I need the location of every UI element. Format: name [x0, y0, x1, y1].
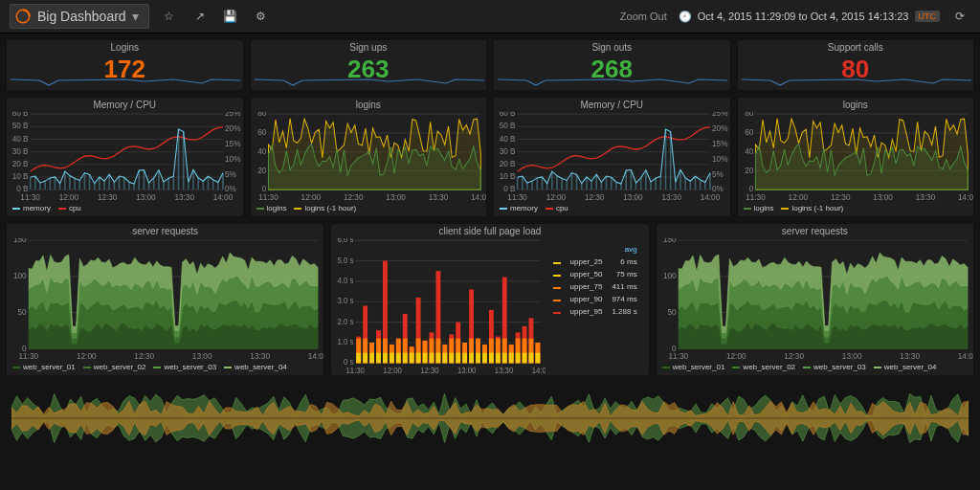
svg-rect-144: [689, 181, 691, 189]
svg-rect-123: [586, 177, 588, 189]
panel-server-requests-1[interactable]: server requests 05010015011:3012:0012:30…: [6, 223, 324, 376]
panel-server-requests-2[interactable]: server requests 05010015011:3012:0012:30…: [656, 223, 974, 376]
dashboard-picker[interactable]: Big Dashboard ▾: [10, 4, 149, 29]
svg-rect-41: [99, 177, 100, 189]
svg-text:12:30: 12:30: [98, 192, 118, 202]
svg-rect-258: [482, 353, 487, 364]
sparkline: [742, 74, 971, 87]
svg-rect-237: [436, 353, 441, 364]
panel-logins-1[interactable]: logins 02040608011:3012:0012:3013:0013:3…: [250, 97, 488, 217]
svg-rect-58: [183, 132, 185, 190]
stat-panel-support-calls[interactable]: Support calls 80: [737, 39, 975, 91]
svg-rect-204: [364, 353, 368, 364]
svg-rect-53: [158, 170, 160, 189]
clock-icon: 🕘: [679, 11, 692, 23]
svg-text:11:30: 11:30: [20, 192, 40, 202]
svg-text:60: 60: [745, 127, 753, 137]
svg-text:10 B: 10 B: [500, 171, 516, 181]
svg-rect-148: [709, 173, 711, 189]
svg-text:80: 80: [257, 112, 266, 118]
svg-text:4.0 s: 4.0 s: [338, 277, 354, 285]
svg-rect-124: [590, 181, 592, 189]
svg-text:50 B: 50 B: [12, 121, 29, 130]
svg-text:12:00: 12:00: [301, 192, 321, 202]
timezone-badge: UTC: [915, 11, 941, 22]
svg-rect-30: [44, 181, 46, 189]
svg-text:12:00: 12:00: [77, 351, 97, 361]
chevron-down-icon: ▾: [132, 9, 139, 24]
sparkline: [255, 74, 484, 87]
svg-text:100: 100: [663, 271, 677, 280]
panel-memory-cpu-2[interactable]: Memory / CPU 0 B10 B20 B30 B40 B50 B60 B…: [493, 97, 731, 217]
svg-text:11:30: 11:30: [746, 192, 766, 202]
stat-panel-logins[interactable]: Logins 172: [6, 39, 244, 91]
svg-rect-130: [620, 184, 622, 189]
svg-rect-243: [450, 353, 455, 364]
time-range-picker[interactable]: 🕘 Oct 4, 2015 11:29:09 to Oct 4, 2015 14…: [679, 11, 940, 23]
svg-rect-131: [625, 170, 627, 189]
svg-text:11:30: 11:30: [507, 192, 527, 202]
svg-text:100: 100: [13, 271, 27, 280]
panel-logins-2[interactable]: logins 02040608011:3012:0012:3013:0013:3…: [737, 97, 975, 217]
svg-text:11:30: 11:30: [18, 351, 38, 361]
share-button[interactable]: ↗: [189, 6, 211, 27]
svg-text:13:30: 13:30: [661, 192, 681, 202]
svg-text:12:30: 12:30: [830, 192, 850, 202]
panel-footer-sparkline[interactable]: [11, 382, 969, 455]
svg-text:10%: 10%: [225, 154, 241, 164]
panel-page-load[interactable]: client side full page load 0 s1.0 s2.0 s…: [330, 223, 649, 376]
svg-rect-31: [49, 178, 51, 189]
svg-rect-261: [489, 353, 494, 364]
svg-text:13:30: 13:30: [174, 192, 194, 202]
svg-rect-273: [516, 353, 521, 364]
svg-rect-246: [457, 353, 461, 364]
svg-rect-282: [536, 353, 541, 364]
svg-rect-279: [529, 353, 534, 364]
svg-rect-216: [390, 353, 394, 364]
svg-rect-127: [606, 176, 608, 189]
stat-panel-sign-outs[interactable]: Sign outs 268: [493, 39, 731, 91]
svg-rect-36: [74, 178, 76, 189]
svg-rect-255: [476, 353, 480, 364]
stat-panel-sign-ups[interactable]: Sign ups 263: [250, 39, 488, 91]
svg-text:40 B: 40 B: [12, 133, 29, 143]
svg-rect-270: [509, 353, 514, 364]
zoom-out-button[interactable]: Zoom Out: [620, 11, 667, 22]
svg-rect-118: [561, 178, 563, 189]
svg-rect-32: [55, 177, 56, 189]
svg-rect-59: [188, 182, 189, 189]
svg-rect-63: [208, 176, 210, 189]
svg-rect-137: [655, 178, 657, 189]
svg-text:12:00: 12:00: [59, 192, 79, 202]
svg-rect-132: [631, 170, 633, 190]
svg-rect-135: [645, 170, 647, 189]
svg-text:12:30: 12:30: [585, 192, 605, 202]
svg-text:12:30: 12:30: [421, 367, 440, 375]
svg-rect-115: [546, 184, 548, 190]
svg-text:20: 20: [745, 165, 753, 174]
svg-text:14:00: 14:00: [532, 367, 546, 375]
svg-text:12:00: 12:00: [384, 367, 403, 375]
svg-rect-120: [571, 173, 573, 190]
svg-text:40: 40: [257, 146, 266, 156]
svg-rect-109: [517, 177, 519, 189]
svg-text:11:30: 11:30: [668, 351, 688, 361]
svg-text:50: 50: [18, 307, 28, 317]
svg-rect-29: [39, 183, 41, 189]
svg-text:12:00: 12:00: [788, 192, 808, 202]
svg-text:12:30: 12:30: [134, 351, 154, 361]
star-button[interactable]: ☆: [159, 6, 180, 27]
svg-text:13:00: 13:00: [386, 192, 406, 202]
svg-rect-33: [59, 184, 61, 190]
svg-text:25%: 25%: [712, 112, 728, 118]
svg-rect-141: [675, 182, 677, 189]
sparkline: [498, 74, 727, 87]
settings-button[interactable]: ⚙: [251, 6, 272, 27]
save-button[interactable]: 💾: [220, 6, 241, 27]
panel-memory-cpu-1[interactable]: Memory / CPU 0 B10 B20 B30 B40 B50 B60 B…: [6, 97, 244, 217]
svg-text:10%: 10%: [712, 154, 728, 164]
svg-rect-145: [695, 176, 697, 189]
svg-text:30 B: 30 B: [12, 146, 29, 156]
svg-text:13:30: 13:30: [250, 351, 270, 361]
refresh-button[interactable]: ⟳: [949, 6, 970, 27]
